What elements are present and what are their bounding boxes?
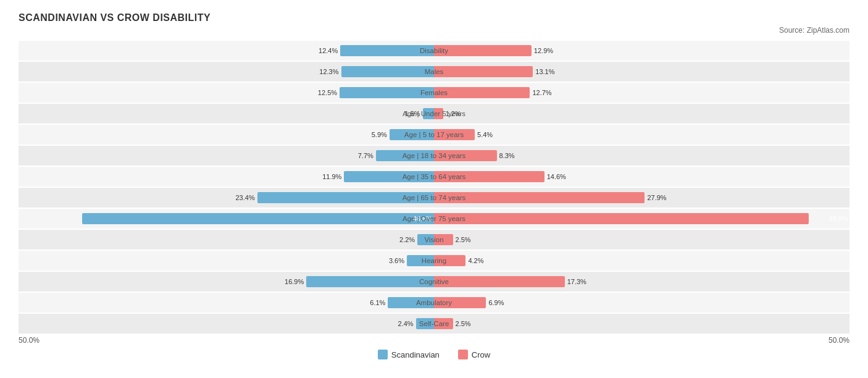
page-container: SCANDINAVIAN VS CROW DISABILITY Source: … (19, 12, 849, 359)
right-value: 27.9% (645, 194, 666, 201)
bar-row: Ambulatory6.1%6.9% (19, 293, 849, 313)
legend-crow-box (458, 350, 468, 359)
bar-row: Hearing3.6%4.2% (19, 251, 849, 271)
legend: Scandinavian Crow (19, 350, 849, 359)
left-value: 11.9% (322, 173, 344, 180)
legend-scandinavian: Scandinavian (378, 350, 440, 359)
axis-row: 50.0% 50.0% (19, 336, 849, 345)
chart-title: SCANDINAVIAN VS CROW DISABILITY (19, 12, 849, 23)
bar-container: Hearing3.6%4.2% (19, 251, 849, 271)
left-value: 7.7% (358, 152, 376, 159)
bar-label: Self-Care (419, 320, 449, 327)
bar-row: Cognitive16.9%17.3% (19, 272, 849, 292)
bar-container: Ambulatory6.1%6.9% (19, 293, 849, 313)
right-bar (434, 87, 530, 98)
left-value: 12.5% (318, 89, 340, 96)
bar-container: Age | Under 5 years1.5%1.2% (19, 104, 849, 124)
right-value: 2.5% (453, 236, 471, 243)
bar-row: Males12.3%13.1% (19, 62, 849, 82)
bar-label: Age | 65 to 74 years (403, 194, 466, 201)
bar-row: Self-Care2.4%2.5% (19, 314, 849, 334)
bar-container: Vision2.2%2.5% (19, 230, 849, 250)
bar-label: Age | Over 75 years (403, 215, 465, 222)
axis-right: 50.0% (828, 336, 849, 345)
right-value: 13.1% (533, 68, 554, 75)
bar-row: Vision2.2%2.5% (19, 230, 849, 250)
right-value: 2.5% (453, 320, 471, 327)
bar-label: Age | 5 to 17 years (404, 131, 464, 138)
chart-area: Disability12.4%12.9%Males12.3%13.1%Femal… (19, 41, 849, 334)
bar-row: Age | 65 to 74 years23.4%27.9% (19, 188, 849, 208)
bar-label: Males (425, 68, 444, 75)
left-value: 23.4% (235, 194, 257, 201)
left-value: 2.2% (399, 236, 417, 243)
bar-container: Cognitive16.9%17.3% (19, 272, 849, 292)
legend-crow-label: Crow (472, 350, 490, 359)
bar-label: Cognitive (419, 278, 449, 285)
bar-container: Age | 65 to 74 years23.4%27.9% (19, 188, 849, 208)
bar-row: Age | Under 5 years1.5%1.2% (19, 104, 849, 124)
bar-container: Females12.5%12.7% (19, 83, 849, 103)
bar-row: Age | 35 to 64 years11.9%14.6% (19, 167, 849, 187)
right-value: 5.4% (475, 131, 493, 138)
bar-label: Disability (420, 47, 448, 54)
bar-label: Ambulatory (416, 299, 452, 306)
bar-container: Age | 5 to 17 years5.9%5.4% (19, 125, 849, 145)
axis-left: 50.0% (19, 336, 40, 345)
right-bar (434, 66, 533, 77)
right-value: 4.2% (465, 257, 483, 264)
right-value: 14.6% (545, 173, 566, 180)
right-value: 17.3% (565, 278, 586, 285)
bar-label: Age | 18 to 34 years (403, 152, 466, 159)
right-bar (434, 45, 532, 56)
bar-row: Age | 5 to 17 years5.9%5.4% (19, 125, 849, 145)
bar-container: Age | 35 to 64 years11.9%14.6% (19, 167, 849, 187)
left-value: 5.9% (372, 131, 390, 138)
bar-container: Males12.3%13.1% (19, 62, 849, 82)
bar-label: Age | 35 to 64 years (403, 173, 466, 180)
bar-container: Age | 18 to 34 years7.7%8.3% (19, 146, 849, 166)
bar-row: Disability12.4%12.9% (19, 41, 849, 61)
bar-row: Females12.5%12.7% (19, 83, 849, 103)
left-value: 2.4% (398, 320, 416, 327)
legend-scandinavian-label: Scandinavian (391, 350, 440, 359)
bar-label: Age | Under 5 years (403, 110, 465, 117)
right-value: 12.7% (530, 89, 551, 96)
right-value: 8.3% (497, 152, 515, 159)
right-value: 12.9% (532, 47, 553, 54)
left-bar (341, 66, 435, 77)
left-value: 6.1% (370, 299, 388, 306)
left-value: 16.9% (285, 278, 306, 285)
bar-container: Age | Over 75 years46.6%49.6% (19, 209, 849, 229)
bar-row: Age | Over 75 years46.6%49.6% (19, 209, 849, 229)
right-value: 49.6% (829, 215, 848, 222)
bar-label: Hearing (422, 257, 446, 264)
right-bar (434, 213, 809, 224)
left-value: 3.6% (389, 257, 407, 264)
left-value: 12.4% (319, 47, 340, 54)
legend-crow: Crow (458, 350, 490, 359)
left-bar (82, 213, 434, 224)
bar-label: Females (420, 89, 448, 96)
left-bar (306, 276, 434, 287)
right-bar (434, 276, 565, 287)
right-value: 6.9% (486, 299, 504, 306)
bar-label: Vision (424, 236, 443, 243)
source-text: Source: ZipAtlas.com (19, 26, 849, 35)
bar-container: Self-Care2.4%2.5% (19, 314, 849, 334)
bar-row: Age | 18 to 34 years7.7%8.3% (19, 146, 849, 166)
left-value: 12.3% (319, 68, 341, 75)
bar-container: Disability12.4%12.9% (19, 41, 849, 61)
legend-scandinavian-box (378, 350, 388, 359)
